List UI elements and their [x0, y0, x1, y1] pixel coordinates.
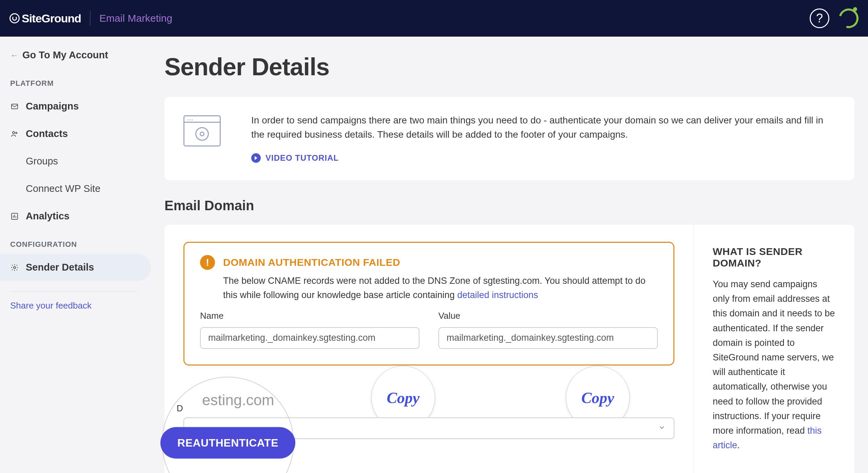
- sidebar-item-campaigns[interactable]: Campaigns: [0, 93, 151, 120]
- topbar-right: ?: [810, 8, 859, 28]
- play-icon: [251, 153, 261, 163]
- explain-text-body: You may send campaigns only from email a…: [713, 279, 835, 436]
- brand-logo[interactable]: SiteGround: [9, 12, 81, 25]
- sidebar-item-connect-wp[interactable]: Connect WP Site: [0, 175, 151, 202]
- people-icon: [10, 130, 19, 138]
- svg-point-4: [14, 267, 16, 269]
- cname-name-label: Name: [200, 311, 419, 321]
- topbar-divider: [90, 11, 91, 26]
- domain-right-pane: WHAT IS SENDER DOMAIN? You may send camp…: [693, 225, 854, 473]
- brand-swirl-icon: [9, 13, 20, 23]
- cname-value-label: Value: [438, 311, 658, 321]
- sidebar-item-analytics[interactable]: Analytics: [0, 202, 151, 230]
- svg-point-2: [16, 132, 17, 134]
- sidebar-item-label: Groups: [26, 156, 58, 167]
- sender-domain-explain-title: WHAT IS SENDER DOMAIN?: [713, 246, 835, 269]
- sidebar: ← Go To My Account PLATFORM Campaigns Co…: [0, 37, 151, 473]
- account-avatar-icon[interactable]: [839, 8, 859, 28]
- arrow-left-icon: ←: [10, 51, 18, 60]
- warning-icon: !: [200, 255, 215, 270]
- share-feedback-link[interactable]: Share your feedback: [0, 300, 151, 311]
- scrollbar[interactable]: [862, 0, 868, 473]
- cname-name-col: Name: [200, 311, 419, 349]
- cname-name-input[interactable]: [200, 327, 419, 349]
- sidebar-item-label: Sender Details: [26, 262, 94, 273]
- sidebar-item-groups[interactable]: Groups: [0, 147, 151, 175]
- alert-title: DOMAIN AUTHENTICATION FAILED: [223, 257, 400, 268]
- chevron-down-icon: [658, 424, 666, 433]
- go-to-account-label: Go To My Account: [22, 50, 108, 61]
- cname-value-col: Value: [438, 311, 658, 349]
- sidebar-item-label: Connect WP Site: [26, 183, 100, 194]
- reauthenticate-magnifier: REAUTHENTICATE: [162, 377, 294, 473]
- info-text-block: In order to send campaigns there are two…: [251, 113, 835, 164]
- email-domain-panel: ! DOMAIN AUTHENTICATION FAILED The below…: [164, 225, 854, 473]
- detailed-instructions-link[interactable]: detailed instructions: [457, 290, 538, 300]
- sidebar-section-configuration: CONFIGURATION: [0, 230, 151, 254]
- sidebar-item-label: Campaigns: [26, 101, 79, 112]
- sidebar-item-contacts[interactable]: Contacts: [0, 120, 151, 147]
- envelope-icon: [10, 102, 19, 111]
- alert-description: The below CNAME records were not added t…: [200, 274, 658, 302]
- help-icon[interactable]: ?: [810, 8, 829, 28]
- brand-name: SiteGround: [22, 12, 81, 25]
- gear-icon: [10, 263, 19, 272]
- browser-gear-icon: •••: [183, 115, 221, 146]
- domain-left-pane: ! DOMAIN AUTHENTICATION FAILED The below…: [164, 225, 693, 473]
- chart-icon: [10, 212, 19, 221]
- sidebar-item-sender-details[interactable]: Sender Details: [0, 254, 151, 281]
- video-tutorial-link[interactable]: VIDEO TUTORIAL: [251, 153, 339, 163]
- sidebar-item-label: Contacts: [26, 128, 68, 139]
- alert-desc-text: The below CNAME records were not added t…: [223, 276, 646, 300]
- sidebar-separator: [10, 291, 137, 292]
- topbar-left: SiteGround Email Marketing: [9, 11, 172, 26]
- svg-point-1: [13, 132, 15, 134]
- cname-value-input[interactable]: [438, 327, 658, 349]
- info-illustration: •••: [183, 113, 221, 146]
- cname-row: Name Value: [200, 311, 658, 349]
- info-card: ••• In order to send campaigns there are…: [164, 97, 854, 180]
- auth-failed-alert: ! DOMAIN AUTHENTICATION FAILED The below…: [183, 242, 674, 366]
- explain-suffix: .: [737, 440, 740, 450]
- page-title: Sender Details: [164, 53, 854, 81]
- go-to-account-link[interactable]: ← Go To My Account: [0, 45, 151, 69]
- sidebar-item-label: Analytics: [26, 211, 70, 222]
- app-name[interactable]: Email Marketing: [99, 13, 172, 24]
- sender-domain-explain-text: You may send campaigns only from email a…: [713, 277, 835, 453]
- video-tutorial-label: VIDEO TUTORIAL: [265, 153, 339, 163]
- sidebar-section-platform: PLATFORM: [0, 69, 151, 93]
- info-paragraph: In order to send campaigns there are two…: [251, 113, 835, 142]
- main-content: Sender Details ••• In order to send camp…: [151, 37, 868, 473]
- top-bar: SiteGround Email Marketing ?: [0, 0, 868, 37]
- email-domain-heading: Email Domain: [164, 198, 854, 213]
- reauthenticate-button[interactable]: REAUTHENTICATE: [160, 427, 295, 459]
